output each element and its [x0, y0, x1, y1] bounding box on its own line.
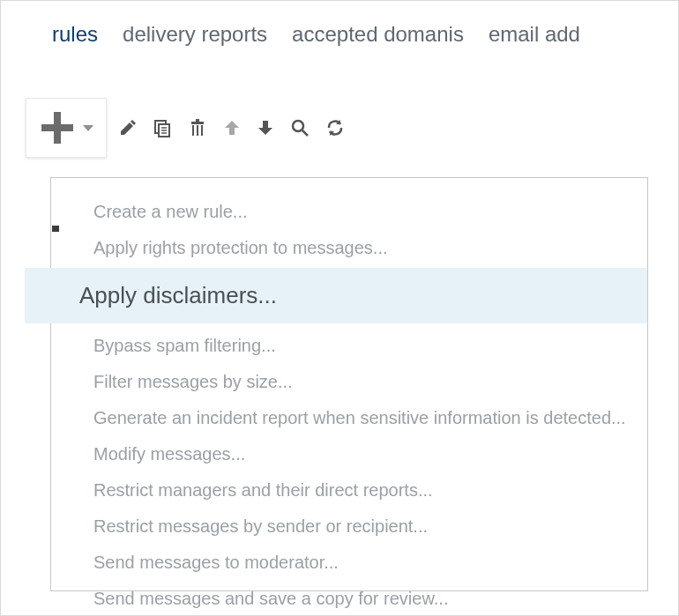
copy-icon[interactable]	[153, 118, 172, 137]
menu-create-new-rule[interactable]: Create a new rule...	[51, 194, 647, 230]
svg-rect-7	[191, 122, 204, 124]
rule-templates-dropdown: Create a new rule... Apply rights protec…	[50, 177, 648, 591]
svg-rect-1	[41, 124, 73, 131]
tab-bar: rules delivery reports accepted domanis …	[1, 1, 678, 57]
arrow-up-icon[interactable]	[223, 119, 241, 137]
edit-icon[interactable]	[119, 119, 137, 137]
tab-accepted-domains[interactable]: accepted domanis	[292, 22, 464, 47]
refresh-icon[interactable]	[325, 118, 345, 137]
chevron-down-icon	[83, 125, 93, 131]
menu-send-and-save-copy[interactable]: Send messages and save a copy for review…	[51, 581, 647, 616]
toolbar	[26, 98, 345, 158]
tab-delivery-reports[interactable]: delivery reports	[123, 22, 267, 47]
svg-line-13	[302, 130, 308, 136]
menu-apply-rights-protection[interactable]: Apply rights protection to messages...	[51, 230, 647, 266]
tab-rules[interactable]: rules	[52, 22, 98, 47]
svg-rect-8	[196, 119, 199, 122]
menu-send-to-moderator[interactable]: Send messages to moderator...	[51, 545, 647, 581]
menu-modify-messages[interactable]: Modify messages...	[51, 436, 647, 472]
add-dropdown-button[interactable]	[26, 98, 107, 158]
menu-filter-by-size[interactable]: Filter messages by size...	[51, 364, 647, 400]
toolbar-icons-group	[119, 118, 345, 137]
arrow-down-icon[interactable]	[257, 119, 274, 137]
tab-email-add[interactable]: email add	[489, 22, 580, 47]
menu-restrict-by-sender-recipient[interactable]: Restrict messages by sender or recipient…	[51, 508, 647, 545]
menu-apply-disclaimers[interactable]: Apply disclaimers...	[25, 268, 647, 323]
search-icon[interactable]	[290, 118, 310, 137]
menu-generate-incident-report[interactable]: Generate an incident report when sensiti…	[51, 400, 647, 436]
menu-bypass-spam-filtering[interactable]: Bypass spam filtering...	[51, 328, 647, 364]
plus-icon	[39, 109, 76, 146]
svg-point-12	[293, 121, 303, 131]
menu-restrict-managers[interactable]: Restrict managers and their direct repor…	[51, 472, 647, 508]
delete-icon[interactable]	[188, 118, 207, 137]
